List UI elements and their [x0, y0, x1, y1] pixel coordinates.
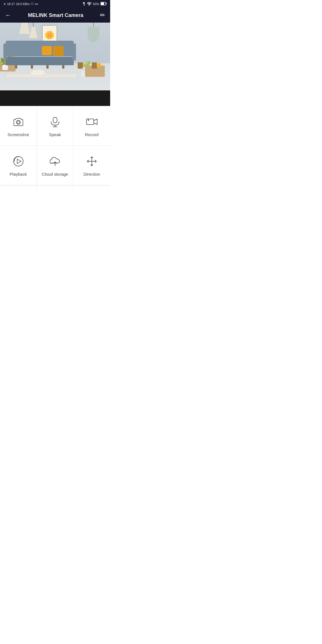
svg-point-0: [89, 5, 90, 5]
bottom-item-1: [0, 186, 37, 194]
move-icon: [85, 154, 99, 168]
playback-label: Playback: [10, 172, 27, 177]
room-scene: 🌼 🌿: [0, 23, 110, 90]
microphone-icon: [48, 115, 62, 129]
video-icon: [85, 115, 99, 129]
camera-black-bar: [0, 90, 110, 106]
bottom-row: [0, 185, 110, 194]
svg-rect-5: [53, 117, 57, 123]
playback-button[interactable]: Playback: [0, 146, 37, 185]
pendant-light-1: [24, 23, 25, 34]
play-circle-icon: [11, 154, 25, 168]
svg-point-4: [17, 121, 19, 124]
status-left: ✕ 18:17 18.5 KB/s 🛡 •••: [3, 2, 38, 6]
dining-chair-1: [92, 62, 97, 69]
screenshot-label: Screenshot: [8, 132, 29, 137]
bottom-item-2: [37, 186, 73, 194]
time: 18:17: [7, 2, 15, 6]
direction-label: Direction: [83, 172, 100, 177]
status-right: 63%: [82, 2, 107, 6]
sofa-back: [6, 41, 74, 56]
status-bar: ✕ 18:17 18.5 KB/s 🛡 ••• 63%: [0, 0, 110, 8]
svg-point-9: [88, 119, 89, 121]
sofa-arm-right: [73, 43, 76, 60]
cloud-upload-icon: [48, 154, 62, 168]
svg-rect-2: [101, 3, 104, 5]
wifi-icon: [87, 2, 92, 6]
battery-percentage: 63%: [93, 2, 99, 6]
speak-button[interactable]: Speak: [37, 106, 73, 146]
sofa-leg: [31, 65, 33, 69]
sofa: [6, 41, 74, 69]
sofa-leg: [15, 65, 17, 69]
pendant-light-2: [33, 23, 34, 38]
record-label: Record: [85, 132, 99, 137]
pillow-1: [42, 46, 52, 55]
screenshot-button[interactable]: Screenshot: [0, 106, 37, 146]
edit-button[interactable]: ✏: [100, 12, 105, 19]
table-flowers: 🌼: [97, 63, 101, 67]
battery-icon: [101, 2, 107, 6]
speak-label: Speak: [49, 132, 61, 137]
sofa-leg: [46, 65, 49, 69]
direction-button[interactable]: Direction: [73, 146, 110, 185]
more-icon: •••: [35, 2, 38, 6]
pillow-2: [53, 46, 64, 56]
sofa-arm-left: [3, 43, 7, 60]
back-button[interactable]: ←: [5, 12, 11, 19]
app-header: ← MELINK Smart Camera ✏: [0, 8, 110, 23]
svg-rect-8: [86, 119, 94, 125]
picture-flowers: 🌼: [45, 31, 55, 40]
sofa-leg: [62, 65, 64, 69]
camera-icon: [11, 115, 25, 129]
camera-feed[interactable]: 🌼 🌿: [0, 23, 110, 90]
cloud-storage-button[interactable]: Cloud storage: [37, 146, 73, 185]
cloud-storage-label: Cloud storage: [42, 172, 68, 177]
controls-grid: Screenshot Speak Record: [0, 106, 110, 185]
dining-chair-2: [78, 62, 83, 69]
close-icon: ✕: [3, 2, 6, 6]
bottom-item-3: [73, 186, 110, 194]
sofa-seat: [6, 57, 74, 65]
pendant-light-right: [93, 23, 94, 42]
bluetooth-icon: [82, 2, 86, 6]
svg-point-10: [14, 156, 23, 166]
data-speed: 18.5 KB/s: [16, 2, 30, 6]
record-button[interactable]: Record: [73, 106, 110, 146]
sofa-legs: [6, 65, 74, 69]
shield-icon: 🛡: [31, 2, 34, 6]
page-title: MELINK Smart Camera: [28, 12, 83, 18]
